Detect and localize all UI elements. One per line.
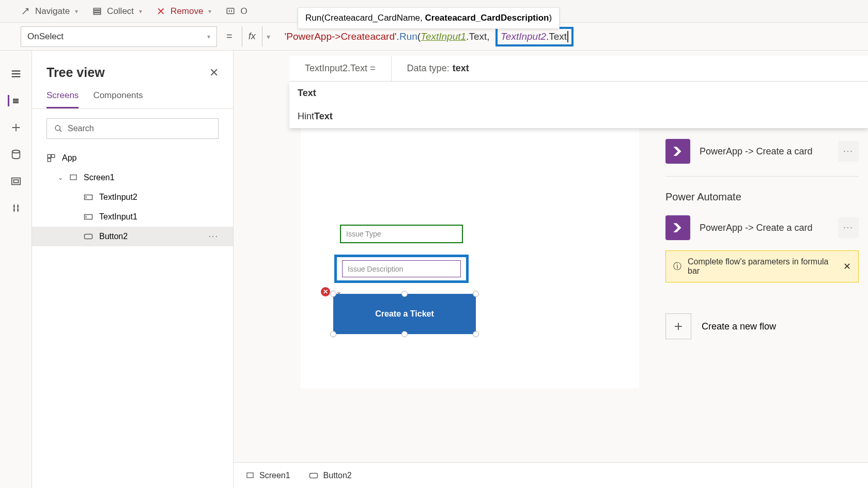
tab-components[interactable]: Components (93, 86, 143, 108)
tooltip-bold: Createacard_CardDescription (425, 13, 549, 23)
media-icon[interactable] (10, 176, 22, 187)
svg-rect-14 (70, 175, 76, 180)
fx-expand[interactable]: ▾ (262, 33, 274, 41)
resize-handle[interactable] (473, 331, 479, 337)
search-input[interactable]: Search (47, 118, 219, 139)
result-expr-text: TextInput2.Text = (305, 63, 376, 74)
result-datatype: Data type: text (392, 56, 485, 81)
formula-text1: .Text (466, 31, 487, 42)
formula-ref1: TextInput1 (421, 31, 466, 42)
svg-rect-2 (94, 13, 101, 14)
textinput-icon (84, 213, 93, 221)
screen-label: Screen1 (84, 173, 115, 182)
hamburger-icon[interactable] (10, 68, 22, 80)
breadcrumb-screen[interactable]: Screen1 (246, 471, 290, 480)
flow-card-top[interactable]: PowerApp -> Create a card ··· (665, 136, 859, 167)
tree-node-screen1[interactable]: ⌄ Screen1 (32, 168, 233, 187)
error-icon[interactable]: ✕ (321, 287, 330, 296)
chevron-down-icon: ▾ (207, 33, 210, 40)
breadcrumb-button[interactable]: Button2 (309, 471, 352, 480)
remove-menu[interactable]: ✕ Remove ▾ (157, 5, 211, 18)
create-ticket-button[interactable]: Create a Ticket (333, 294, 476, 334)
canvas-screen[interactable]: Issue Type Issue Description ✕ ⌄ Create … (301, 121, 639, 388)
formula-ref2: TextInput2 (501, 31, 546, 42)
action-truncated[interactable]: O (226, 6, 247, 17)
more-icon[interactable]: ··· (838, 141, 859, 162)
resize-handle[interactable] (330, 291, 336, 297)
button-icon (309, 472, 318, 479)
autocomplete-item-text[interactable]: Text (289, 82, 868, 105)
svg-rect-5 (13, 100, 19, 101)
close-icon[interactable]: ✕ (209, 66, 219, 80)
tooltip-prefix: Run(Createacard_CardName, (305, 13, 425, 23)
svg-rect-1 (94, 10, 101, 12)
resize-handle[interactable] (401, 291, 408, 297)
canvas-textinput2-highlight: Issue Description (334, 255, 469, 283)
tree-node-button2[interactable]: Button2 ··· (32, 227, 233, 246)
tree-title: Tree view (47, 65, 105, 80)
tab-screens[interactable]: Screens (47, 86, 79, 108)
ac-opt2-prefix: Hint (298, 111, 314, 121)
collect-menu[interactable]: Collect ▾ (92, 6, 142, 17)
action-label: O (240, 6, 247, 17)
bc-button-label: Button2 (323, 471, 352, 480)
canvas-textinput1[interactable]: Issue Type (340, 225, 463, 243)
chevron-down-icon: ⌄ (58, 174, 63, 181)
tree-view-icon[interactable] (8, 95, 19, 106)
svg-rect-12 (52, 154, 55, 158)
autocomplete-dropdown: Text HintText (289, 82, 868, 128)
input1-placeholder: Issue Type (346, 230, 381, 238)
resize-handle[interactable] (401, 331, 408, 337)
flow-label: PowerApp -> Create a card (700, 146, 829, 157)
action-icon (226, 7, 235, 16)
flow-card-automate[interactable]: PowerApp -> Create a card ··· (665, 212, 859, 243)
svg-rect-11 (48, 154, 51, 158)
resize-handle[interactable] (330, 331, 336, 337)
app-label: App (62, 153, 76, 163)
svg-rect-6 (13, 102, 19, 103)
button-label: Create a Ticket (375, 309, 434, 319)
bc-screen-label: Screen1 (259, 471, 290, 480)
tree-tabs: Screens Components (32, 86, 233, 109)
tree-nodes: App ⌄ Screen1 TextInput2 TextInput1 Butt… (32, 148, 233, 246)
svg-rect-17 (85, 234, 92, 239)
more-icon[interactable]: ··· (838, 217, 859, 238)
chevron-down-icon: ▾ (208, 8, 211, 15)
flow-icon (665, 139, 690, 164)
tree-node-textinput1[interactable]: TextInput1 (32, 207, 233, 227)
close-icon[interactable]: ✕ (843, 261, 851, 272)
insert-icon[interactable] (10, 122, 22, 133)
data-icon[interactable] (10, 149, 22, 160)
screen-icon (69, 174, 78, 182)
selection-chevron-icon[interactable]: ⌄ (336, 287, 342, 295)
tree-node-textinput2[interactable]: TextInput2 (32, 187, 233, 207)
navigate-icon (21, 7, 30, 16)
screen-icon (246, 471, 254, 480)
fx-button[interactable]: fx (242, 26, 262, 47)
right-panel: PowerApp -> Create a card ··· Power Auto… (656, 127, 868, 462)
resize-handle[interactable] (473, 291, 479, 297)
info-icon: ⓘ (673, 261, 681, 272)
ti1-label: TextInput1 (99, 212, 137, 222)
property-select[interactable]: OnSelect ▾ (21, 26, 217, 47)
navigate-menu[interactable]: Navigate ▾ (21, 6, 78, 17)
navigate-label: Navigate (35, 6, 70, 17)
svg-rect-4 (13, 99, 19, 100)
formula-flow-name: 'PowerApp->Createacard' (285, 31, 397, 42)
autocomplete-item-hinttext[interactable]: HintText (289, 105, 868, 128)
svg-point-7 (12, 150, 20, 153)
tools-icon[interactable] (10, 202, 22, 214)
more-icon[interactable]: ··· (209, 232, 219, 241)
canvas-button-selection[interactable]: ✕ ⌄ Create a Ticket (333, 294, 476, 334)
app-icon (47, 153, 56, 163)
left-rail (0, 51, 32, 488)
canvas-textinput2[interactable]: Issue Description (342, 260, 461, 277)
tree-node-app[interactable]: App (32, 148, 233, 168)
formula-comma: , (487, 31, 489, 42)
create-new-flow[interactable]: + Create a new flow (665, 313, 859, 339)
search-placeholder: Search (68, 124, 94, 133)
textinput-icon (84, 194, 93, 201)
formula-input[interactable]: 'PowerApp->Createacard'.Run(TextInput1.T… (274, 27, 847, 46)
input2-placeholder: Issue Description (348, 265, 403, 273)
search-icon (54, 124, 63, 133)
